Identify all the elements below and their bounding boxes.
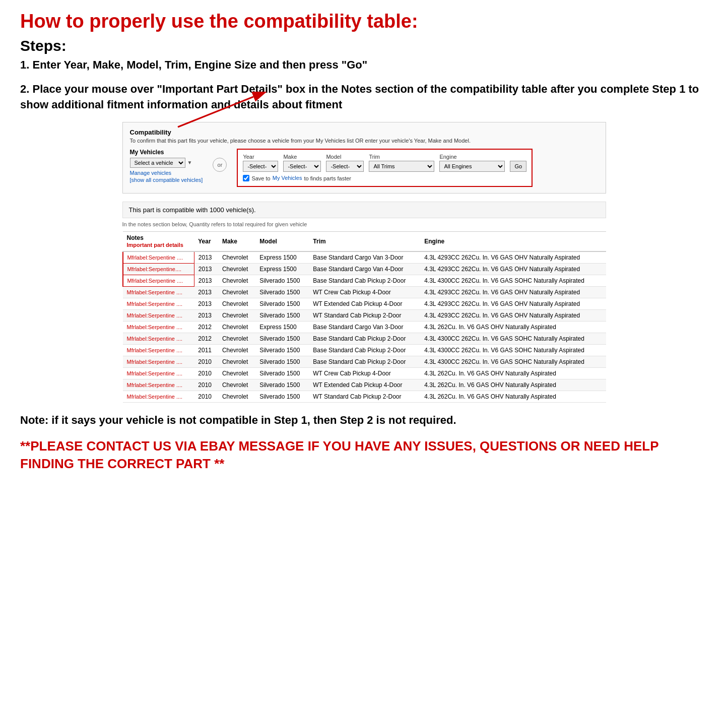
table-row: Mfrlabel:Serpentine ....2010ChevroletSil… [123,379,606,391]
model-cell: Silverado 1500 [255,275,309,286]
make-cell: Chevrolet [218,286,255,298]
table-row: Mfrlabel:Serpentine ....2010ChevroletSil… [123,367,606,379]
select-vehicle-dropdown[interactable]: Select a vehicle [130,158,185,168]
trim-cell: Base Standard Cargo Van 4-Door [309,263,420,275]
engine-cell: 4.3L 4293CC 262Cu. In. V6 GAS OHV Natura… [420,251,606,264]
notes-header: Notes Important part details [123,231,194,251]
engine-cell: 4.3L 4293CC 262Cu. In. V6 GAS OHV Natura… [420,286,606,298]
trim-cell: Base Standard Cargo Van 3-Door [309,321,420,333]
table-row: Mfrlabel:Serpentine ....2010ChevroletSil… [123,356,606,367]
model-cell: Silverado 1500 [255,309,309,321]
make-cell: Chevrolet [218,367,255,379]
notes-cell: Mfrlabel:Serpentine .... [123,251,194,264]
engine-cell: 4.3L 262Cu. In. V6 GAS OHV Naturally Asp… [420,321,606,333]
make-select[interactable]: -Select- [283,161,321,172]
trim-cell: Base Standard Cargo Van 3-Door [309,251,420,264]
table-row: Mfrlabel:Serpentine ....2013ChevroletSil… [123,286,606,298]
notes-cell: Mfrlabel:Serpentine .... [123,321,194,333]
make-cell: Chevrolet [218,333,255,344]
year-cell: 2010 [194,367,218,379]
table-row: Mfrlabel:Serpentine ....2013ChevroletExp… [123,251,606,264]
trim-select[interactable]: All Trims [369,161,434,172]
model-field: Model -Select- [326,154,364,172]
svg-line-1 [178,97,253,127]
model-select[interactable]: -Select- [326,161,364,172]
arrow-annotation [163,92,274,132]
make-cell: Chevrolet [218,309,255,321]
year-cell: 2010 [194,391,218,402]
engine-cell: 4.3L 262Cu. In. V6 GAS OHV Naturally Asp… [420,391,606,402]
engine-cell: 4.3L 4300CC 262Cu. In. V6 GAS SOHC Natur… [420,275,606,286]
manage-vehicles-link[interactable]: Manage vehicles [130,170,203,176]
my-vehicles-section: My Vehicles Select a vehicle ▼ Manage ve… [130,149,203,183]
table-row: Mfrlabel:Serpentine ....2010ChevroletSil… [123,391,606,402]
make-cell: Chevrolet [218,391,255,402]
step1-text: 1. Enter Year, Make, Model, Trim, Engine… [20,57,708,73]
notes-cell: Mfrlabel:Serpentine .... [123,298,194,309]
model-cell: Silverado 1500 [255,298,309,309]
dropdown-arrow-icon: ▼ [187,160,192,165]
year-cell: 2013 [194,309,218,321]
notes-cell: Mfrlabel:Serpentine .... [123,286,194,298]
engine-cell: 4.3L 262Cu. In. V6 GAS OHV Naturally Asp… [420,379,606,391]
table-row: Mfrlabel:Serpentine ....2011ChevroletSil… [123,344,606,356]
trim-cell: WT Standard Cab Pickup 2-Door [309,309,420,321]
table-row: Mfrlabel:Serpentine ....2013ChevroletSil… [123,309,606,321]
save-suffix: to finds parts faster [304,175,351,181]
trim-header: Trim [309,231,420,251]
show-all-compatible-link[interactable]: [show all compatible vehicles] [130,177,203,183]
year-cell: 2013 [194,263,218,275]
make-cell: Chevrolet [218,379,255,391]
model-cell: Silverado 1500 [255,379,309,391]
year-label: Year [243,154,278,160]
my-vehicles-label: My Vehicles [130,149,203,156]
year-cell: 2012 [194,321,218,333]
trim-cell: WT Extended Cab Pickup 4-Door [309,379,420,391]
engine-cell: 4.3L 4293CC 262Cu. In. V6 GAS OHV Natura… [420,298,606,309]
make-cell: Chevrolet [218,298,255,309]
year-make-section: Year -Select- Make -Select- Model [237,149,533,187]
year-cell: 2013 [194,275,218,286]
engine-select[interactable]: All Engines [439,161,505,172]
model-cell: Express 1500 [255,263,309,275]
notes-cell: Mfrlabel:Serpentine .... [123,379,194,391]
notes-cell: Mfrlabel:Serpentine.... [123,263,194,275]
table-row: Mfrlabel:Serpentine ....2012ChevroletSil… [123,333,606,344]
engine-label: Engine [439,154,505,160]
notes-cell: Mfrlabel:Serpentine .... [123,275,194,286]
model-cell: Silverado 1500 [255,344,309,356]
steps-heading: Steps: [20,37,708,54]
model-cell: Silverado 1500 [255,391,309,402]
or-divider: or [213,158,227,172]
make-cell: Chevrolet [218,344,255,356]
make-cell: Chevrolet [218,356,255,367]
save-my-vehicles-link[interactable]: My Vehicles [273,175,302,181]
trim-cell: Base Standard Cab Pickup 2-Door [309,275,420,286]
table-row: Mfrlabel:Serpentine ....2012ChevroletExp… [123,321,606,333]
engine-cell: 4.3L 4300CC 262Cu. In. V6 GAS SOHC Natur… [420,333,606,344]
year-select[interactable]: -Select- [243,161,278,172]
make-cell: Chevrolet [218,251,255,264]
make-cell: Chevrolet [218,321,255,333]
make-label: Make [283,154,321,160]
step2-text: 2. Place your mouse over "Important Part… [20,82,708,113]
year-cell: 2013 [194,286,218,298]
save-checkbox[interactable] [243,175,249,181]
make-field: Make -Select- [283,154,321,172]
notes-cell: Mfrlabel:Serpentine .... [123,344,194,356]
trim-field: Trim All Trims [369,154,434,172]
engine-cell: 4.3L 4293CC 262Cu. In. V6 GAS OHV Natura… [420,263,606,275]
make-header: Make [218,231,255,251]
engine-header: Engine [420,231,606,251]
year-cell: 2010 [194,356,218,367]
notes-cell: Mfrlabel:Serpentine .... [123,309,194,321]
model-cell: Express 1500 [255,321,309,333]
table-row: Mfrlabel:Serpentine ....2013ChevroletSil… [123,275,606,286]
notes-cell: Mfrlabel:Serpentine .... [123,333,194,344]
go-button[interactable]: Go [510,161,526,172]
trim-cell: WT Crew Cab Pickup 4-Door [309,286,420,298]
note-text: Note: if it says your vehicle is not com… [20,413,708,428]
make-cell: Chevrolet [218,263,255,275]
model-cell: Silverado 1500 [255,333,309,344]
trim-cell: WT Crew Cab Pickup 4-Door [309,367,420,379]
